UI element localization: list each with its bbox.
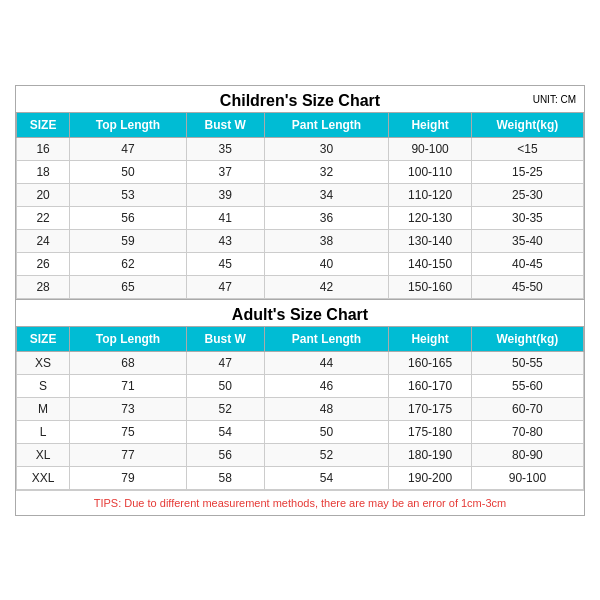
table-cell: 68: [70, 351, 187, 374]
table-cell: <15: [471, 137, 583, 160]
table-cell: 16: [17, 137, 70, 160]
col-weight: Weight(kg): [471, 112, 583, 137]
table-cell: 28: [17, 275, 70, 298]
table-cell: 47: [70, 137, 187, 160]
children-table: SIZE Top Length Bust W Pant Length Heigh…: [16, 112, 584, 299]
table-cell: S: [17, 374, 70, 397]
table-cell: 46: [264, 374, 389, 397]
table-cell: 50-55: [471, 351, 583, 374]
table-cell: 40-45: [471, 252, 583, 275]
table-cell: 36: [264, 206, 389, 229]
table-cell: 110-120: [389, 183, 471, 206]
table-cell: 59: [70, 229, 187, 252]
adult-col-height: Height: [389, 326, 471, 351]
table-cell: 56: [70, 206, 187, 229]
table-cell: 55-60: [471, 374, 583, 397]
table-cell: 37: [186, 160, 264, 183]
table-cell: 120-130: [389, 206, 471, 229]
tips-text: TIPS: Due to different measurement metho…: [94, 497, 506, 509]
table-cell: 47: [186, 351, 264, 374]
table-cell: 160-165: [389, 351, 471, 374]
size-chart: Children's Size Chart UNIT: CM SIZE Top …: [15, 85, 585, 516]
table-cell: 90-100: [389, 137, 471, 160]
col-bust-w: Bust W: [186, 112, 264, 137]
table-cell: 70-80: [471, 420, 583, 443]
table-cell: 15-25: [471, 160, 583, 183]
table-cell: 60-70: [471, 397, 583, 420]
table-row: 28654742150-16045-50: [17, 275, 584, 298]
children-tbody: 1647353090-100<1518503732100-11015-25205…: [17, 137, 584, 298]
table-cell: 48: [264, 397, 389, 420]
table-cell: 32: [264, 160, 389, 183]
table-cell: 52: [186, 397, 264, 420]
table-row: S715046160-17055-60: [17, 374, 584, 397]
adult-col-bust-w: Bust W: [186, 326, 264, 351]
table-cell: 47: [186, 275, 264, 298]
table-cell: XS: [17, 351, 70, 374]
table-cell: 54: [264, 466, 389, 489]
table-cell: 34: [264, 183, 389, 206]
table-cell: 18: [17, 160, 70, 183]
table-cell: 180-190: [389, 443, 471, 466]
adult-col-top-length: Top Length: [70, 326, 187, 351]
table-cell: 73: [70, 397, 187, 420]
children-title: Children's Size Chart: [220, 92, 380, 109]
table-cell: 190-200: [389, 466, 471, 489]
table-cell: 62: [70, 252, 187, 275]
table-cell: 30: [264, 137, 389, 160]
table-cell: 45-50: [471, 275, 583, 298]
table-cell: XXL: [17, 466, 70, 489]
children-title-row: Children's Size Chart UNIT: CM: [16, 86, 584, 112]
table-cell: 42: [264, 275, 389, 298]
adult-col-size: SIZE: [17, 326, 70, 351]
table-cell: 50: [70, 160, 187, 183]
table-cell: 22: [17, 206, 70, 229]
table-cell: 79: [70, 466, 187, 489]
table-cell: 65: [70, 275, 187, 298]
table-row: XL775652180-19080-90: [17, 443, 584, 466]
table-cell: 41: [186, 206, 264, 229]
table-cell: 50: [186, 374, 264, 397]
table-cell: 45: [186, 252, 264, 275]
table-cell: 160-170: [389, 374, 471, 397]
table-cell: 80-90: [471, 443, 583, 466]
adult-table: SIZE Top Length Bust W Pant Length Heigh…: [16, 326, 584, 490]
table-cell: 52: [264, 443, 389, 466]
table-cell: M: [17, 397, 70, 420]
table-cell: 54: [186, 420, 264, 443]
table-cell: 77: [70, 443, 187, 466]
table-cell: 58: [186, 466, 264, 489]
table-cell: 35: [186, 137, 264, 160]
table-row: 20533934110-12025-30: [17, 183, 584, 206]
col-height: Height: [389, 112, 471, 137]
table-cell: 43: [186, 229, 264, 252]
table-cell: 39: [186, 183, 264, 206]
table-row: XS684744160-16550-55: [17, 351, 584, 374]
tips-row: TIPS: Due to different measurement metho…: [16, 490, 584, 515]
table-cell: 25-30: [471, 183, 583, 206]
table-cell: 140-150: [389, 252, 471, 275]
table-row: M735248170-17560-70: [17, 397, 584, 420]
unit-label: UNIT: CM: [533, 94, 576, 105]
table-cell: 170-175: [389, 397, 471, 420]
table-cell: 56: [186, 443, 264, 466]
table-cell: 90-100: [471, 466, 583, 489]
table-row: 18503732100-11015-25: [17, 160, 584, 183]
table-cell: 75: [70, 420, 187, 443]
col-size: SIZE: [17, 112, 70, 137]
table-cell: 71: [70, 374, 187, 397]
table-cell: 20: [17, 183, 70, 206]
table-cell: 38: [264, 229, 389, 252]
table-row: 24594338130-14035-40: [17, 229, 584, 252]
adult-title-row: Adult's Size Chart: [16, 299, 584, 326]
table-row: 26624540140-15040-45: [17, 252, 584, 275]
adult-col-pant-length: Pant Length: [264, 326, 389, 351]
adult-tbody: XS684744160-16550-55S715046160-17055-60M…: [17, 351, 584, 489]
table-cell: 150-160: [389, 275, 471, 298]
table-cell: 100-110: [389, 160, 471, 183]
table-cell: L: [17, 420, 70, 443]
adult-col-weight: Weight(kg): [471, 326, 583, 351]
adult-header-row: SIZE Top Length Bust W Pant Length Heigh…: [17, 326, 584, 351]
table-cell: 24: [17, 229, 70, 252]
table-cell: 44: [264, 351, 389, 374]
